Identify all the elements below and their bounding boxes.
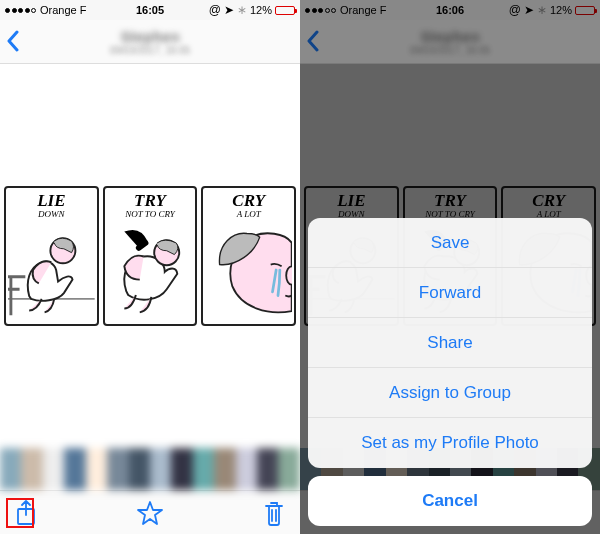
- svg-point-2: [287, 266, 292, 284]
- phone-left: Orange F 16:05 @ ➤ ∗ 12% Stephen 09/03/2…: [0, 0, 300, 534]
- action-cancel[interactable]: Cancel: [308, 476, 592, 526]
- cry-face-icon: [205, 220, 292, 320]
- meme-panel-3: CRY A LOT: [201, 186, 296, 326]
- nav-header: Stephen 09/03/2017, 16:05: [0, 20, 300, 64]
- panel2-line1: TRY: [134, 192, 166, 209]
- nav-title: Stephen 09/03/2017, 16:05: [110, 28, 191, 56]
- action-sheet: Save Forward Share Assign to Group Set a…: [308, 218, 592, 468]
- bluetooth-icon: ∗: [237, 3, 247, 17]
- nav-title-name: Stephen: [110, 28, 191, 45]
- battery-icon: [275, 6, 295, 15]
- panel1-line2: DOWN: [38, 210, 65, 219]
- action-assign-group[interactable]: Assign to Group: [308, 368, 592, 418]
- lie-down-figure-icon: [8, 222, 95, 317]
- try-not-cry-figure-icon: [107, 222, 194, 317]
- phone-right: Orange F 16:06 @ ➤ ∗ 12% Stephen 09/03/2…: [300, 0, 600, 534]
- favorite-button[interactable]: [137, 500, 163, 526]
- status-time: 16:05: [0, 4, 300, 16]
- meme-image: LIE DOWN TRY NOT TO CRY: [0, 182, 300, 330]
- toolbar: [0, 490, 300, 534]
- status-bar: Orange F 16:05 @ ➤ ∗ 12%: [0, 0, 300, 20]
- meme-panel-2: TRY NOT TO CRY: [103, 186, 198, 326]
- panel2-line2: NOT TO CRY: [125, 210, 175, 219]
- meme-panel-1: LIE DOWN: [4, 186, 99, 326]
- panel3-line1: CRY: [232, 192, 265, 209]
- panel3-line2: A LOT: [237, 210, 261, 219]
- action-sheet-overlay[interactable]: Save Forward Share Assign to Group Set a…: [300, 0, 600, 534]
- nav-title-sub: 09/03/2017, 16:05: [110, 45, 191, 56]
- share-button[interactable]: [16, 500, 36, 526]
- delete-button[interactable]: [264, 500, 284, 526]
- action-save[interactable]: Save: [308, 218, 592, 268]
- action-forward[interactable]: Forward: [308, 268, 592, 318]
- action-set-profile-photo[interactable]: Set as my Profile Photo: [308, 418, 592, 468]
- action-share[interactable]: Share: [308, 318, 592, 368]
- panel1-line1: LIE: [37, 192, 65, 209]
- back-button[interactable]: [6, 30, 20, 56]
- photo-content[interactable]: LIE DOWN TRY NOT TO CRY: [0, 64, 300, 448]
- thumbnail-strip[interactable]: [0, 448, 300, 490]
